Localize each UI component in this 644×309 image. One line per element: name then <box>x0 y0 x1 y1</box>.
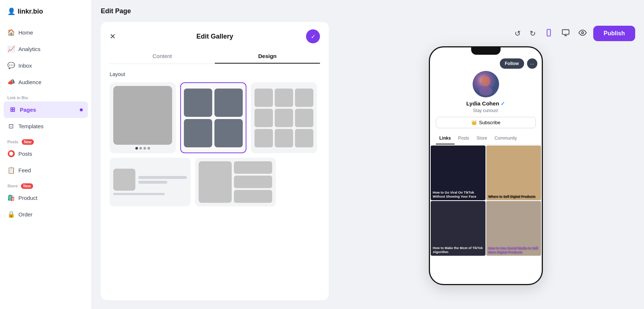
grid-cell <box>255 89 273 107</box>
grid-cell <box>184 119 212 147</box>
list-line <box>138 176 187 179</box>
verified-badge: ✓ <box>501 101 505 107</box>
list-row <box>113 169 187 191</box>
grid-cell <box>295 109 313 127</box>
grid2x2-preview <box>184 89 243 147</box>
mixed-right <box>234 161 272 203</box>
phone-notch <box>471 47 501 55</box>
publish-button[interactable]: Publish <box>593 26 635 41</box>
analytics-icon: 📈 <box>7 45 15 53</box>
gallery-card-3: How to Make the Most of TikTok Algorithm <box>431 201 485 256</box>
phone-tab-store[interactable]: Store <box>473 133 491 144</box>
follow-button[interactable]: Follow <box>500 58 524 69</box>
tab-design[interactable]: Design <box>215 49 320 64</box>
dot-2 <box>139 147 142 150</box>
pages-dot <box>80 108 83 111</box>
preview-toolbar: ↺ ↻ Publish <box>336 22 635 46</box>
layout-option-mixed[interactable] <box>195 158 276 206</box>
user-bio: Stay curious! <box>473 108 498 113</box>
layout-section: Layout <box>101 64 329 300</box>
sidebar-label-analytics: Analytics <box>18 46 40 52</box>
grid3x3-preview <box>255 89 313 147</box>
sidebar-nav-feed[interactable]: 📋 Feed <box>0 162 92 179</box>
svg-rect-2 <box>562 29 569 34</box>
gallery-card-1: How to Go Viral On TikTok Without Showin… <box>431 145 485 200</box>
confirm-button[interactable]: ✓ <box>306 29 320 43</box>
layout-row-2 <box>110 158 320 206</box>
tab-content[interactable]: Content <box>110 49 215 64</box>
sidebar-nav-inbox[interactable]: 💬 Inbox <box>0 57 92 74</box>
preview-button[interactable] <box>576 26 589 41</box>
sidebar-nav-templates[interactable]: ⊡ Templates <box>0 118 92 134</box>
top-bar: Edit Page <box>92 0 644 22</box>
avatar-image <box>473 71 499 97</box>
card-title-3: How to Make the Most of TikTok Algorithm <box>433 246 483 254</box>
grid-cell <box>275 109 293 127</box>
sidebar-label-product: Product <box>18 195 38 201</box>
phone-device: Follow ··· <box>429 46 543 285</box>
feed-icon: 📋 <box>7 166 15 174</box>
page-title: Edit Page <box>101 7 131 15</box>
list-line-short <box>138 181 167 184</box>
sidebar-label-pages: Pages <box>20 107 36 113</box>
sidebar-nav-home[interactable]: 🏠 Home <box>0 24 92 41</box>
sidebar-label-audience: Audience <box>18 79 42 85</box>
redo-button[interactable]: ↻ <box>527 27 538 40</box>
phone-tab-community[interactable]: Community <box>491 133 521 144</box>
mobile-icon <box>545 29 553 37</box>
tabs-row: Content Design <box>110 49 320 64</box>
phone-profile: Lydia Cohen ✓ Stay curious! 👑 Subscribe <box>430 71 542 133</box>
phone-tab-links[interactable]: Links <box>436 133 455 144</box>
inbox-icon: 💬 <box>7 62 15 69</box>
sidebar-nav-product[interactable]: 🛍️ Product <box>0 190 92 206</box>
close-button[interactable]: ✕ <box>110 32 116 41</box>
undo-button[interactable]: ↺ <box>512 27 523 40</box>
mixed-left <box>199 161 232 203</box>
dot-3 <box>143 147 146 150</box>
templates-icon: ⊡ <box>7 122 15 130</box>
list-bottom-line <box>113 193 165 195</box>
sidebar-nav-order[interactable]: 🔒 Order <box>0 206 92 223</box>
sidebar-nav-analytics[interactable]: 📈 Analytics <box>0 41 92 57</box>
product-icon: 🛍️ <box>7 194 15 202</box>
avatar <box>473 71 499 97</box>
crown-icon: 👑 <box>471 120 477 125</box>
sidebar-label-feed: Feed <box>18 167 31 173</box>
edit-panel-header: ✕ Edit Gallery ✓ <box>101 22 329 43</box>
logo-text: linkr.bio <box>18 8 43 15</box>
card-overlay-1: How to Go Viral On TikTok Without Showin… <box>431 189 485 200</box>
mixed-cell <box>234 176 272 188</box>
card-overlay-4: How to Use Social Media to Sell More Dig… <box>486 245 541 256</box>
sidebar-label-templates: Templates <box>18 123 43 129</box>
sidebar: 👤 linkr.bio 🏠 Home 📈 Analytics 💬 Inbox 📣… <box>0 0 92 309</box>
mixed-cell <box>234 190 272 202</box>
preview-area: ↺ ↻ Publish Follow <box>336 22 635 300</box>
edit-panel-title: Edit Gallery <box>196 33 233 40</box>
layout-option-carousel[interactable] <box>110 82 176 153</box>
sidebar-nav-pages[interactable]: ⊞ Pages <box>4 101 88 118</box>
gallery-card-2: Where to Sell Digital Products <box>486 145 541 200</box>
user-name: Lydia Cohen ✓ <box>466 100 505 107</box>
sidebar-label-inbox: Inbox <box>18 62 32 69</box>
layout-option-list[interactable] <box>110 158 191 206</box>
subscribe-button[interactable]: 👑 Subscribe <box>436 117 536 128</box>
more-button[interactable]: ··· <box>527 58 537 69</box>
svg-point-7 <box>481 76 490 86</box>
content-area: ✕ Edit Gallery ✓ Content Design Layout <box>92 22 644 309</box>
eye-icon <box>579 29 587 37</box>
order-icon: 🔒 <box>7 211 15 218</box>
layout-option-2x2[interactable] <box>180 82 246 153</box>
carousel-preview <box>113 86 172 145</box>
posts-badge: New <box>22 139 34 145</box>
audience-icon: 📣 <box>7 78 15 86</box>
layout-option-3x3[interactable] <box>251 82 317 153</box>
sidebar-nav-posts[interactable]: ⭕ Posts <box>0 145 92 162</box>
mobile-view-button[interactable] <box>542 26 555 41</box>
desktop-view-button[interactable] <box>559 26 572 41</box>
layout-row-1 <box>110 82 320 153</box>
list-preview <box>113 169 187 195</box>
grid-cell <box>214 119 243 147</box>
sidebar-nav-audience[interactable]: 📣 Audience <box>0 74 92 90</box>
phone-tab-posts[interactable]: Posts <box>455 133 473 144</box>
sidebar-label-posts: Posts <box>18 151 32 157</box>
